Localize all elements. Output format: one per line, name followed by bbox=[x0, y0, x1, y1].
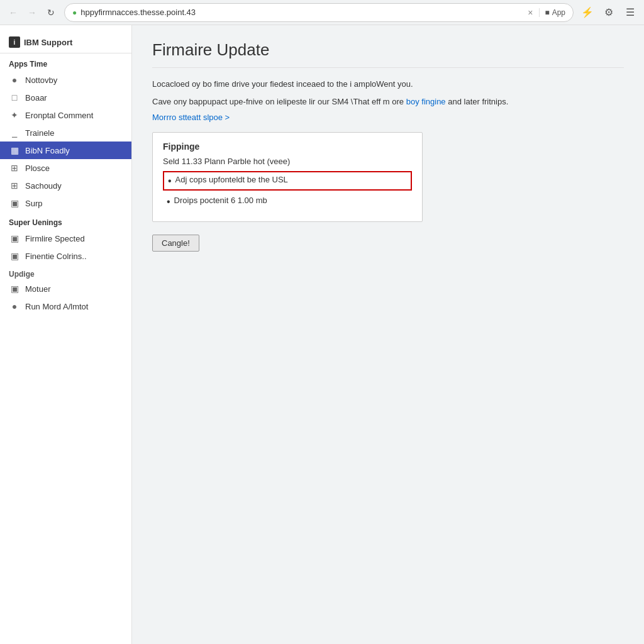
bullet-icon-0: • bbox=[168, 175, 172, 187]
sidebar-item-eronptal-comment[interactable]: ✦ Eronptal Comment bbox=[0, 106, 131, 124]
address-bar-container[interactable]: ● × ■ App bbox=[64, 3, 574, 22]
sachoudy-icon: ⊞ bbox=[9, 180, 20, 191]
sidebar-item-motuer[interactable]: ▣ Motuer bbox=[0, 280, 131, 297]
app-icon: ■ bbox=[545, 8, 549, 17]
motuer-icon: ▣ bbox=[9, 284, 20, 294]
sidebar-item-run-mord[interactable]: ● Run Mord A/lmtot bbox=[0, 297, 131, 315]
description-2: Cave ony bappupact upe-fnive on ielipest… bbox=[152, 96, 624, 108]
sidebar-section-apps: Apps Time bbox=[0, 53, 131, 71]
secure-icon: ● bbox=[72, 8, 77, 17]
page-title: Firmaire Update bbox=[152, 40, 624, 68]
sidebar-item-label: Finentie Colrins.. bbox=[25, 252, 87, 261]
sidebar: i IBM Support Apps Time ● Nottovby □ Boa… bbox=[0, 25, 132, 644]
sidebar-item-firmlire-spected[interactable]: ▣ Firmlire Spected bbox=[0, 230, 131, 247]
update-card-item-text-1: Droips poctenit 6 1.00 mb bbox=[174, 196, 267, 205]
sidebar-header-title: IBM Support bbox=[24, 38, 72, 47]
sidebar-item-label: Run Mord A/lmtot bbox=[25, 302, 88, 311]
firmlire-icon: ▣ bbox=[9, 233, 20, 243]
description-2-suffix: and later fritnips. bbox=[446, 97, 509, 106]
finentie-icon: ▣ bbox=[9, 251, 20, 261]
sidebar-item-sachoudy[interactable]: ⊞ Sachoudy bbox=[0, 177, 131, 194]
sidebar-item-label: BibN Foadly bbox=[25, 146, 70, 155]
boy-fingine-link[interactable]: boy fingine bbox=[406, 97, 446, 106]
main-content: Firmaire Update Locacloed oy bo fime dri… bbox=[132, 25, 644, 644]
toolbar-icons: ⚡ ⚙ ☰ bbox=[579, 4, 639, 21]
boaar-icon: □ bbox=[9, 92, 20, 103]
browser-chrome: ← → ↻ ● × ■ App ⚡ ⚙ ☰ i IBM Sup bbox=[0, 0, 644, 644]
sidebar-item-label: Motuer bbox=[25, 284, 50, 294]
update-card: Fippinge Seld 11.33 Plann Parble hot (ve… bbox=[152, 132, 423, 222]
surp-icon: ▣ bbox=[9, 198, 20, 208]
sidebar-item-boaar[interactable]: □ Boaar bbox=[0, 89, 131, 106]
run-mord-icon: ● bbox=[9, 301, 20, 311]
sidebar-section-super: Super Uenings bbox=[0, 212, 131, 230]
sidebar-item-nottovby[interactable]: ● Nottovby bbox=[0, 71, 131, 89]
ibm-support-icon: i bbox=[9, 36, 20, 48]
update-card-item-0: • Adj cops upfonteldt be the USL bbox=[163, 171, 412, 191]
update-card-item-1: • Droips poctenit 6 1.00 mb bbox=[163, 193, 412, 210]
page-layout: i IBM Support Apps Time ● Nottovby □ Boa… bbox=[0, 25, 644, 644]
sidebar-item-label: Boaar bbox=[25, 93, 47, 103]
nav-buttons: ← → ↻ bbox=[5, 4, 59, 21]
sidebar-item-label: Sachoudy bbox=[25, 181, 62, 191]
sidebar-item-label: Trainele bbox=[25, 128, 54, 138]
sidebar-item-finentie-colrins[interactable]: ▣ Finentie Colrins.. bbox=[0, 247, 131, 265]
update-card-version: Seld 11.33 Plann Parble hot (veee) bbox=[163, 157, 412, 166]
sidebar-item-plosce[interactable]: ⊞ Plosce bbox=[0, 159, 131, 177]
trainele-icon: ⎯ bbox=[9, 128, 20, 138]
browser-toolbar: ← → ↻ ● × ■ App ⚡ ⚙ ☰ bbox=[0, 0, 644, 25]
cancel-button[interactable]: Cangle! bbox=[152, 235, 199, 252]
sidebar-header: i IBM Support bbox=[0, 30, 131, 53]
bibn-foadly-icon: ▦ bbox=[9, 145, 20, 155]
bullet-icon-1: • bbox=[167, 196, 170, 208]
forward-button[interactable]: → bbox=[24, 4, 40, 21]
sidebar-item-trainele[interactable]: ⎯ Trainele bbox=[0, 124, 131, 142]
back-button[interactable]: ← bbox=[5, 4, 21, 21]
update-card-title: Fippinge bbox=[163, 142, 412, 152]
sidebar-item-label: Plosce bbox=[25, 164, 50, 173]
nottovby-icon: ● bbox=[9, 75, 20, 85]
settings-button[interactable]: ⚙ bbox=[600, 4, 618, 21]
update-card-item-text-0: Adj cops upfonteldt be the USL bbox=[175, 175, 288, 184]
sidebar-item-surp[interactable]: ▣ Surp bbox=[0, 194, 131, 212]
sidebar-item-label: Eronptal Comment bbox=[25, 111, 93, 120]
extensions-button[interactable]: ⚡ bbox=[579, 4, 596, 21]
menu-button[interactable]: ☰ bbox=[621, 4, 639, 21]
description-2-prefix: Cave ony bappupact upe-fnive on ielipest… bbox=[152, 97, 406, 106]
address-input[interactable] bbox=[80, 8, 524, 17]
more-link[interactable]: Morrro stteatt slpoe > bbox=[152, 113, 230, 122]
sidebar-item-label: Firmlire Spected bbox=[25, 234, 85, 243]
address-app-label: ■ App bbox=[539, 8, 565, 17]
reload-button[interactable]: ↻ bbox=[43, 4, 59, 21]
sidebar-item-bibn-foadly[interactable]: ▦ BibN Foadly bbox=[0, 142, 131, 159]
plosce-icon: ⊞ bbox=[9, 163, 20, 173]
sidebar-item-label: Nottovby bbox=[25, 75, 57, 85]
eronptal-icon: ✦ bbox=[9, 110, 20, 120]
description-1: Locacloed oy bo fime drive your fiedest … bbox=[152, 78, 624, 91]
sidebar-item-label: Surp bbox=[25, 199, 42, 208]
sidebar-section-updige: Updige bbox=[0, 265, 131, 280]
address-close-icon[interactable]: × bbox=[528, 8, 533, 18]
